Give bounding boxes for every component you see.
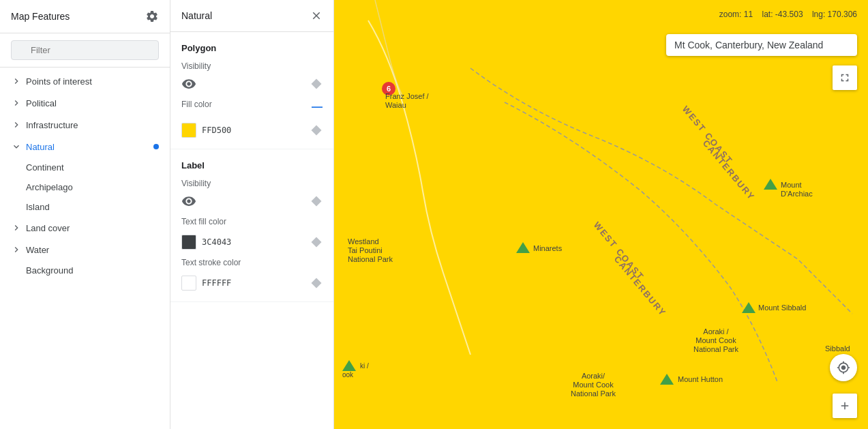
map-label-minarets: Minarets [533,244,563,252]
map-label-canterbury-2: CANTERBURY [612,254,669,318]
map-label-sibbald: Mount Sibbald [758,304,806,312]
map-label-aoraki-bottom2: Mount Cook [573,381,614,389]
map-marker-minarets [516,242,530,253]
text-fill-color-field[interactable]: 3C4043 [181,235,231,250]
map-label-hutton: Mount Hutton [678,375,723,383]
panel-title: Natural [181,10,212,21]
sidebar-item-label: Land cover [26,223,70,233]
map-label-waiau: Waiau [385,101,406,109]
fullscreen-icon [839,72,851,84]
map-label-sibbald2: Sibbald [825,344,850,353]
sidebar-item-label: Water [26,245,49,255]
plus-icon [839,400,851,412]
text-stroke-color-row: FFFFFF [181,276,323,291]
map-label-darchiac2: D'Archiac [781,190,813,198]
gear-icon[interactable] [145,10,159,23]
location-button[interactable] [830,354,857,381]
nav-items: Points of interest Political Infrastruct… [0,68,170,429]
text-stroke-color-value: FFFFFF [202,278,231,288]
visibility-label: Visibility [181,61,323,71]
sidebar-item-land-cover[interactable]: Land cover [0,217,170,239]
chevron-down-icon [11,141,22,152]
sidebar-item-infrastructure[interactable]: Infrastructure [0,114,170,136]
map-label-west-coast-1: WEST COAST [680,104,735,166]
text-fill-color-swatch[interactable] [181,235,196,250]
map-label-aoraki-left: ki / [360,362,369,370]
sidebar-sub-item-archipelago[interactable]: Archipelago [0,177,170,197]
minus-icon[interactable]: — [312,101,323,113]
sub-item-label: Island [26,202,50,212]
chevron-right-icon [11,244,22,255]
sidebar-item-natural[interactable]: Natural [0,136,170,158]
polygon-section-title: Polygon [181,43,323,53]
active-indicator [153,144,159,149]
fill-color-field[interactable]: FFD500 [181,123,231,138]
eye-icon-2[interactable] [181,194,196,209]
text-fill-color-row: 3C4043 [181,235,323,250]
sidebar-item-political[interactable]: Political [0,92,170,114]
lat-label: lat: [762,10,773,19]
polygon-section: Polygon Visibility Fill color — FFD500 [170,32,333,149]
search-box: Mt Cook, Canterbury, New Zealand [666,34,857,56]
label-visibility-label: Visibility [181,179,323,188]
map-label-aoraki-bottom3: National Park [571,389,616,398]
eye-icon[interactable] [181,76,196,91]
map-container[interactable]: zoom: 11 lat: -43.503 lng: 170.306 Mt Co… [334,0,868,429]
chevron-right-icon [11,76,22,87]
sidebar-sub-item-continent[interactable]: Continent [0,158,170,177]
close-icon[interactable] [310,10,323,22]
sidebar-item-background[interactable]: Background [0,261,170,280]
diamond-icon-5[interactable] [310,277,323,289]
sidebar-item-label: Political [26,98,57,108]
diamond-icon-2[interactable] [310,124,323,136]
panel-header: Natural [170,0,333,32]
sidebar-sub-item-island[interactable]: Island [0,197,170,217]
map-label-westland2: Tai Poutini [348,246,383,254]
panel: Natural Polygon Visibility Fill color — [170,0,334,429]
lng-label: lng: [812,10,825,19]
lat-value: -43.503 [775,10,803,19]
map-label-west-coast-2: WEST COAST [592,220,646,282]
map-label-westland1: Westland [348,237,379,246]
sidebar-title: Map Features [11,11,70,22]
diamond-icon-3[interactable] [310,195,323,207]
map-label-canterbury-1: CANTERBURY [701,138,758,202]
chevron-right-icon [11,98,22,108]
label-visibility-row [181,194,323,209]
sidebar-item-water[interactable]: Water [0,239,170,261]
zoom-in-button[interactable] [833,394,857,418]
map-label-aoraki-left2: ook [342,371,354,379]
fullscreen-button[interactable] [833,65,857,90]
search-value: Mt Cook, Canterbury, New Zealand [674,40,823,50]
map-label-aoraki1: Aoraki / [703,327,729,336]
sidebar-item-label: Background [26,265,73,276]
label-section: Label Visibility Text fill color 3C4043 [170,149,333,302]
chevron-right-icon [11,119,22,130]
sidebar-item-points-of-interest[interactable]: Points of interest [0,70,170,92]
fill-color-value: FFD500 [202,125,231,135]
sub-item-label: Archipelago [26,182,73,192]
fill-color-swatch[interactable] [181,123,196,138]
diamond-icon[interactable] [310,78,323,90]
label-section-title: Label [181,160,323,171]
sidebar: Map Features Points of interest Politica… [0,0,170,429]
fill-color-label: Fill color [181,100,212,109]
diamond-icon-4[interactable] [310,236,323,248]
map-label-aoraki-bottom1: Aoraki/ [582,372,605,380]
map-label-franz-josef: Franz Josef / [385,92,430,100]
map-label-westland3: National Park [348,255,393,263]
zoom-value: 11 [744,10,753,19]
text-stroke-color-label: Text stroke color [181,258,323,267]
map-svg: 6 WEST COAST CANTERBURY WEST COAST CANTE… [334,0,868,429]
text-stroke-color-swatch[interactable] [181,276,196,291]
text-fill-color-value: 3C4043 [202,237,231,247]
sub-item-label: Continent [26,162,64,173]
sidebar-header: Map Features [0,0,170,33]
filter-input[interactable] [11,40,159,60]
location-icon [837,361,850,374]
map-marker-sibbald [742,302,755,313]
sidebar-item-label: Infrastructure [26,120,78,130]
fill-color-row: FFD500 [181,123,323,138]
text-stroke-color-field[interactable]: FFFFFF [181,276,231,291]
chevron-right-icon [11,222,22,233]
